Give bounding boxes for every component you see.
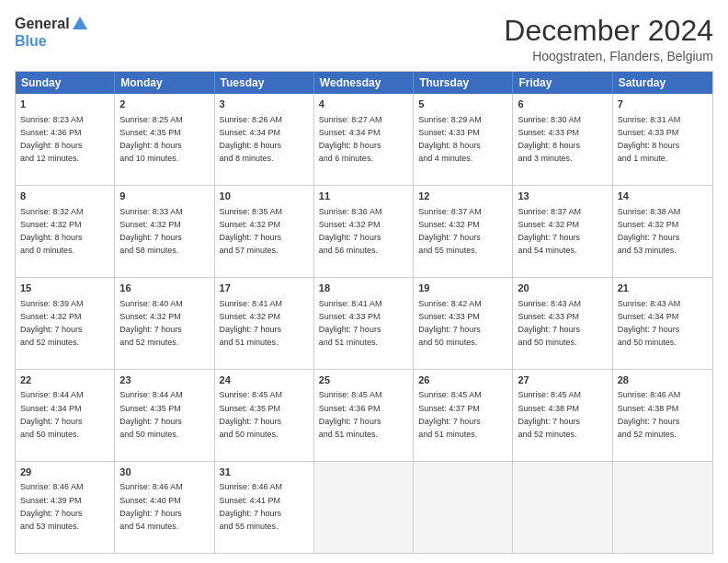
calendar-cell: 16Sunrise: 8:40 AMSunset: 4:32 PMDayligh… (115, 278, 214, 369)
logo-general: General (15, 16, 70, 32)
calendar-cell: 28Sunrise: 8:46 AMSunset: 4:38 PMDayligh… (613, 370, 712, 461)
day-number: 8 (20, 190, 109, 203)
cell-info: Sunrise: 8:45 AMSunset: 4:35 PMDaylight:… (220, 390, 283, 438)
day-number: 12 (418, 190, 507, 203)
cell-info: Sunrise: 8:36 AMSunset: 4:32 PMDaylight:… (319, 207, 382, 255)
page: General Blue December 2024 Hoogstraten, … (0, 0, 728, 563)
cell-info: Sunrise: 8:45 AMSunset: 4:38 PMDaylight:… (518, 390, 581, 438)
cell-info: Sunrise: 8:23 AMSunset: 4:36 PMDaylight:… (20, 115, 84, 163)
calendar-week: 1Sunrise: 8:23 AMSunset: 4:36 PMDaylight… (16, 94, 712, 186)
calendar-cell: 7Sunrise: 8:31 AMSunset: 4:33 PMDaylight… (613, 94, 712, 185)
cell-info: Sunrise: 8:31 AMSunset: 4:33 PMDaylight:… (618, 115, 681, 163)
day-number: 20 (518, 282, 607, 295)
calendar-cell: 2Sunrise: 8:25 AMSunset: 4:35 PMDaylight… (115, 94, 214, 185)
calendar-cell (613, 462, 712, 553)
day-number: 5 (418, 98, 507, 111)
calendar-day-header: Tuesday (215, 72, 314, 94)
calendar-day-header: Saturday (613, 72, 712, 94)
calendar-body: 1Sunrise: 8:23 AMSunset: 4:36 PMDaylight… (16, 94, 712, 553)
cell-info: Sunrise: 8:43 AMSunset: 4:33 PMDaylight:… (518, 299, 581, 347)
day-number: 15 (20, 282, 109, 295)
day-number: 11 (319, 190, 408, 203)
cell-info: Sunrise: 8:35 AMSunset: 4:32 PMDaylight:… (220, 207, 283, 255)
cell-info: Sunrise: 8:45 AMSunset: 4:37 PMDaylight:… (418, 390, 482, 438)
cell-info: Sunrise: 8:37 AMSunset: 4:32 PMDaylight:… (518, 207, 581, 255)
calendar-cell: 10Sunrise: 8:35 AMSunset: 4:32 PMDayligh… (215, 186, 314, 277)
day-number: 2 (119, 98, 209, 111)
day-number: 30 (119, 465, 209, 479)
calendar-cell: 19Sunrise: 8:42 AMSunset: 4:33 PMDayligh… (414, 278, 513, 369)
cell-info: Sunrise: 8:25 AMSunset: 4:35 PMDaylight:… (119, 115, 183, 163)
cell-info: Sunrise: 8:46 AMSunset: 4:41 PMDaylight:… (220, 482, 283, 530)
day-number: 26 (418, 373, 507, 387)
calendar-cell: 14Sunrise: 8:38 AMSunset: 4:32 PMDayligh… (613, 186, 712, 277)
calendar-cell: 11Sunrise: 8:36 AMSunset: 4:32 PMDayligh… (314, 186, 414, 277)
calendar-cell: 20Sunrise: 8:43 AMSunset: 4:33 PMDayligh… (513, 278, 612, 369)
title-section: December 2024 Hoogstraten, Flanders, Bel… (504, 15, 713, 63)
day-number: 27 (518, 373, 607, 387)
calendar-cell: 17Sunrise: 8:41 AMSunset: 4:32 PMDayligh… (215, 278, 314, 369)
calendar-header: SundayMondayTuesdayWednesdayThursdayFrid… (16, 72, 712, 94)
cell-info: Sunrise: 8:44 AMSunset: 4:35 PMDaylight:… (119, 390, 183, 438)
main-title: December 2024 (504, 15, 713, 47)
day-number: 13 (518, 190, 607, 203)
calendar-cell: 13Sunrise: 8:37 AMSunset: 4:32 PMDayligh… (513, 186, 612, 277)
svg-marker-0 (73, 17, 87, 29)
cell-info: Sunrise: 8:46 AMSunset: 4:38 PMDaylight:… (618, 390, 681, 438)
day-number: 3 (220, 98, 309, 111)
cell-info: Sunrise: 8:39 AMSunset: 4:32 PMDaylight:… (20, 299, 84, 347)
day-number: 7 (618, 98, 708, 111)
day-number: 25 (319, 373, 408, 387)
calendar-cell: 18Sunrise: 8:41 AMSunset: 4:33 PMDayligh… (314, 278, 414, 369)
day-number: 4 (319, 98, 408, 111)
day-number: 29 (20, 465, 109, 479)
header: General Blue December 2024 Hoogstraten, … (15, 15, 713, 63)
logo-blue: Blue (15, 33, 47, 50)
cell-info: Sunrise: 8:33 AMSunset: 4:32 PMDaylight:… (119, 207, 183, 255)
cell-info: Sunrise: 8:46 AMSunset: 4:39 PMDaylight:… (20, 482, 84, 530)
calendar-cell: 30Sunrise: 8:46 AMSunset: 4:40 PMDayligh… (115, 462, 214, 553)
calendar-day-header: Thursday (414, 72, 513, 94)
day-number: 18 (319, 282, 408, 295)
calendar-cell: 4Sunrise: 8:27 AMSunset: 4:34 PMDaylight… (314, 94, 414, 185)
calendar-cell: 25Sunrise: 8:45 AMSunset: 4:36 PMDayligh… (314, 370, 414, 461)
calendar-day-header: Sunday (16, 72, 115, 94)
cell-info: Sunrise: 8:26 AMSunset: 4:34 PMDaylight:… (220, 115, 283, 163)
calendar-cell: 3Sunrise: 8:26 AMSunset: 4:34 PMDaylight… (215, 94, 314, 185)
day-number: 6 (518, 98, 607, 111)
day-number: 22 (20, 373, 109, 387)
logo-icon (71, 15, 89, 33)
calendar-day-header: Friday (513, 72, 612, 94)
day-number: 19 (418, 282, 507, 295)
calendar-cell: 29Sunrise: 8:46 AMSunset: 4:39 PMDayligh… (16, 462, 115, 553)
calendar-cell (314, 462, 414, 553)
cell-info: Sunrise: 8:44 AMSunset: 4:34 PMDaylight:… (20, 390, 84, 438)
day-number: 28 (618, 373, 708, 387)
subtitle: Hoogstraten, Flanders, Belgium (504, 49, 713, 63)
calendar-cell: 9Sunrise: 8:33 AMSunset: 4:32 PMDaylight… (115, 186, 214, 277)
day-number: 24 (220, 373, 309, 387)
calendar-cell: 22Sunrise: 8:44 AMSunset: 4:34 PMDayligh… (16, 370, 115, 461)
calendar-cell: 23Sunrise: 8:44 AMSunset: 4:35 PMDayligh… (115, 370, 214, 461)
calendar-cell: 5Sunrise: 8:29 AMSunset: 4:33 PMDaylight… (414, 94, 513, 185)
calendar-cell: 8Sunrise: 8:32 AMSunset: 4:32 PMDaylight… (16, 186, 115, 277)
cell-info: Sunrise: 8:40 AMSunset: 4:32 PMDaylight:… (119, 299, 183, 347)
day-number: 16 (119, 282, 209, 295)
cell-info: Sunrise: 8:43 AMSunset: 4:34 PMDaylight:… (618, 299, 681, 347)
calendar-cell: 12Sunrise: 8:37 AMSunset: 4:32 PMDayligh… (414, 186, 513, 277)
calendar-cell: 21Sunrise: 8:43 AMSunset: 4:34 PMDayligh… (613, 278, 712, 369)
calendar-cell: 31Sunrise: 8:46 AMSunset: 4:41 PMDayligh… (215, 462, 314, 553)
calendar-cell: 24Sunrise: 8:45 AMSunset: 4:35 PMDayligh… (215, 370, 314, 461)
calendar-day-header: Monday (115, 72, 214, 94)
cell-info: Sunrise: 8:41 AMSunset: 4:32 PMDaylight:… (220, 299, 283, 347)
cell-info: Sunrise: 8:46 AMSunset: 4:40 PMDaylight:… (119, 482, 183, 530)
cell-info: Sunrise: 8:45 AMSunset: 4:36 PMDaylight:… (319, 390, 382, 438)
cell-info: Sunrise: 8:27 AMSunset: 4:34 PMDaylight:… (319, 115, 382, 163)
calendar-cell: 26Sunrise: 8:45 AMSunset: 4:37 PMDayligh… (414, 370, 513, 461)
day-number: 1 (20, 98, 109, 111)
calendar-week: 8Sunrise: 8:32 AMSunset: 4:32 PMDaylight… (16, 186, 712, 278)
day-number: 14 (618, 190, 708, 203)
calendar-week: 29Sunrise: 8:46 AMSunset: 4:39 PMDayligh… (16, 462, 712, 553)
calendar-cell: 6Sunrise: 8:30 AMSunset: 4:33 PMDaylight… (513, 94, 612, 185)
calendar-week: 22Sunrise: 8:44 AMSunset: 4:34 PMDayligh… (16, 370, 712, 462)
